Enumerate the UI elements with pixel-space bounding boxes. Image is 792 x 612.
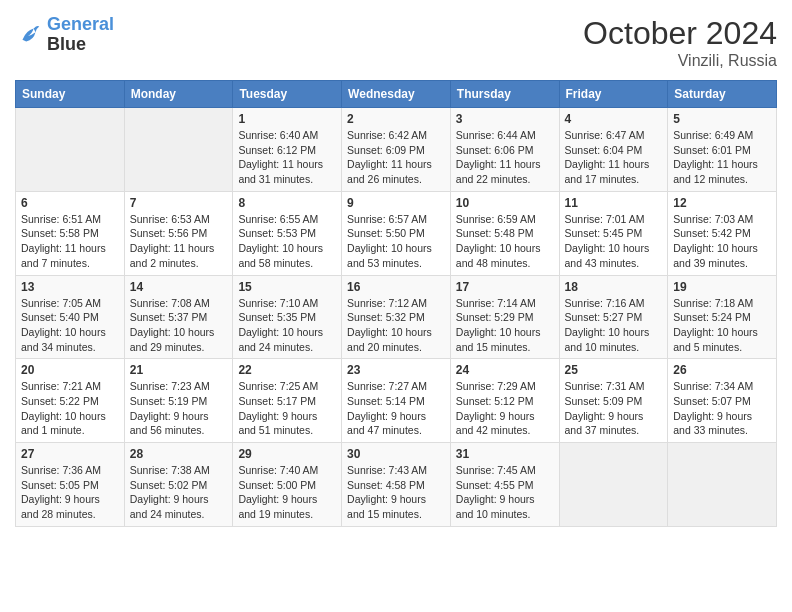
- day-info: Sunrise: 6:59 AMSunset: 5:48 PMDaylight:…: [456, 212, 554, 271]
- day-info: Sunrise: 7:43 AMSunset: 4:58 PMDaylight:…: [347, 463, 445, 522]
- day-info: Sunrise: 7:12 AMSunset: 5:32 PMDaylight:…: [347, 296, 445, 355]
- calendar-cell: 22Sunrise: 7:25 AMSunset: 5:17 PMDayligh…: [233, 359, 342, 443]
- day-number: 18: [565, 280, 663, 294]
- day-info: Sunrise: 6:57 AMSunset: 5:50 PMDaylight:…: [347, 212, 445, 271]
- day-number: 12: [673, 196, 771, 210]
- calendar-cell: 27Sunrise: 7:36 AMSunset: 5:05 PMDayligh…: [16, 443, 125, 527]
- day-number: 19: [673, 280, 771, 294]
- day-number: 26: [673, 363, 771, 377]
- calendar-cell: 20Sunrise: 7:21 AMSunset: 5:22 PMDayligh…: [16, 359, 125, 443]
- day-info: Sunrise: 7:21 AMSunset: 5:22 PMDaylight:…: [21, 379, 119, 438]
- calendar-cell: 2Sunrise: 6:42 AMSunset: 6:09 PMDaylight…: [342, 108, 451, 192]
- day-info: Sunrise: 7:10 AMSunset: 5:35 PMDaylight:…: [238, 296, 336, 355]
- calendar-cell: 14Sunrise: 7:08 AMSunset: 5:37 PMDayligh…: [124, 275, 233, 359]
- calendar-cell: 15Sunrise: 7:10 AMSunset: 5:35 PMDayligh…: [233, 275, 342, 359]
- calendar-cell: 12Sunrise: 7:03 AMSunset: 5:42 PMDayligh…: [668, 191, 777, 275]
- day-info: Sunrise: 7:01 AMSunset: 5:45 PMDaylight:…: [565, 212, 663, 271]
- calendar-cell: 24Sunrise: 7:29 AMSunset: 5:12 PMDayligh…: [450, 359, 559, 443]
- logo-text: GeneralBlue: [47, 15, 114, 55]
- calendar-cell: 28Sunrise: 7:38 AMSunset: 5:02 PMDayligh…: [124, 443, 233, 527]
- location-subtitle: Vinzili, Russia: [583, 52, 777, 70]
- header-row: SundayMondayTuesdayWednesdayThursdayFrid…: [16, 81, 777, 108]
- week-row-5: 27Sunrise: 7:36 AMSunset: 5:05 PMDayligh…: [16, 443, 777, 527]
- day-info: Sunrise: 7:27 AMSunset: 5:14 PMDaylight:…: [347, 379, 445, 438]
- calendar-cell: 4Sunrise: 6:47 AMSunset: 6:04 PMDaylight…: [559, 108, 668, 192]
- calendar-cell: [16, 108, 125, 192]
- calendar-cell: 13Sunrise: 7:05 AMSunset: 5:40 PMDayligh…: [16, 275, 125, 359]
- day-header-saturday: Saturday: [668, 81, 777, 108]
- day-number: 3: [456, 112, 554, 126]
- day-number: 27: [21, 447, 119, 461]
- day-info: Sunrise: 6:44 AMSunset: 6:06 PMDaylight:…: [456, 128, 554, 187]
- calendar-cell: 10Sunrise: 6:59 AMSunset: 5:48 PMDayligh…: [450, 191, 559, 275]
- calendar-cell: 18Sunrise: 7:16 AMSunset: 5:27 PMDayligh…: [559, 275, 668, 359]
- calendar-header: SundayMondayTuesdayWednesdayThursdayFrid…: [16, 81, 777, 108]
- day-number: 16: [347, 280, 445, 294]
- calendar-cell: 11Sunrise: 7:01 AMSunset: 5:45 PMDayligh…: [559, 191, 668, 275]
- calendar-cell: [124, 108, 233, 192]
- calendar-cell: 6Sunrise: 6:51 AMSunset: 5:58 PMDaylight…: [16, 191, 125, 275]
- calendar-cell: 21Sunrise: 7:23 AMSunset: 5:19 PMDayligh…: [124, 359, 233, 443]
- calendar-cell: 29Sunrise: 7:40 AMSunset: 5:00 PMDayligh…: [233, 443, 342, 527]
- calendar-cell: 1Sunrise: 6:40 AMSunset: 6:12 PMDaylight…: [233, 108, 342, 192]
- day-header-thursday: Thursday: [450, 81, 559, 108]
- calendar-body: 1Sunrise: 6:40 AMSunset: 6:12 PMDaylight…: [16, 108, 777, 527]
- day-info: Sunrise: 7:45 AMSunset: 4:55 PMDaylight:…: [456, 463, 554, 522]
- day-number: 17: [456, 280, 554, 294]
- day-info: Sunrise: 6:47 AMSunset: 6:04 PMDaylight:…: [565, 128, 663, 187]
- day-header-sunday: Sunday: [16, 81, 125, 108]
- day-info: Sunrise: 6:40 AMSunset: 6:12 PMDaylight:…: [238, 128, 336, 187]
- day-info: Sunrise: 7:36 AMSunset: 5:05 PMDaylight:…: [21, 463, 119, 522]
- day-number: 6: [21, 196, 119, 210]
- calendar-cell: 26Sunrise: 7:34 AMSunset: 5:07 PMDayligh…: [668, 359, 777, 443]
- calendar-cell: 19Sunrise: 7:18 AMSunset: 5:24 PMDayligh…: [668, 275, 777, 359]
- day-number: 21: [130, 363, 228, 377]
- day-number: 23: [347, 363, 445, 377]
- day-number: 24: [456, 363, 554, 377]
- day-number: 14: [130, 280, 228, 294]
- calendar-cell: [668, 443, 777, 527]
- calendar-table: SundayMondayTuesdayWednesdayThursdayFrid…: [15, 80, 777, 527]
- day-info: Sunrise: 7:38 AMSunset: 5:02 PMDaylight:…: [130, 463, 228, 522]
- week-row-3: 13Sunrise: 7:05 AMSunset: 5:40 PMDayligh…: [16, 275, 777, 359]
- day-header-monday: Monday: [124, 81, 233, 108]
- logo: GeneralBlue: [15, 15, 114, 55]
- day-header-friday: Friday: [559, 81, 668, 108]
- calendar-cell: 17Sunrise: 7:14 AMSunset: 5:29 PMDayligh…: [450, 275, 559, 359]
- day-info: Sunrise: 7:23 AMSunset: 5:19 PMDaylight:…: [130, 379, 228, 438]
- week-row-1: 1Sunrise: 6:40 AMSunset: 6:12 PMDaylight…: [16, 108, 777, 192]
- day-info: Sunrise: 7:29 AMSunset: 5:12 PMDaylight:…: [456, 379, 554, 438]
- day-info: Sunrise: 7:34 AMSunset: 5:07 PMDaylight:…: [673, 379, 771, 438]
- day-number: 20: [21, 363, 119, 377]
- day-number: 31: [456, 447, 554, 461]
- day-info: Sunrise: 6:51 AMSunset: 5:58 PMDaylight:…: [21, 212, 119, 271]
- day-number: 25: [565, 363, 663, 377]
- calendar-cell: [559, 443, 668, 527]
- page-header: GeneralBlue October 2024 Vinzili, Russia: [15, 15, 777, 70]
- day-info: Sunrise: 6:53 AMSunset: 5:56 PMDaylight:…: [130, 212, 228, 271]
- day-info: Sunrise: 7:25 AMSunset: 5:17 PMDaylight:…: [238, 379, 336, 438]
- day-number: 11: [565, 196, 663, 210]
- day-info: Sunrise: 7:08 AMSunset: 5:37 PMDaylight:…: [130, 296, 228, 355]
- calendar-cell: 25Sunrise: 7:31 AMSunset: 5:09 PMDayligh…: [559, 359, 668, 443]
- week-row-4: 20Sunrise: 7:21 AMSunset: 5:22 PMDayligh…: [16, 359, 777, 443]
- day-number: 15: [238, 280, 336, 294]
- day-info: Sunrise: 6:42 AMSunset: 6:09 PMDaylight:…: [347, 128, 445, 187]
- calendar-cell: 31Sunrise: 7:45 AMSunset: 4:55 PMDayligh…: [450, 443, 559, 527]
- day-number: 9: [347, 196, 445, 210]
- day-info: Sunrise: 6:55 AMSunset: 5:53 PMDaylight:…: [238, 212, 336, 271]
- day-number: 28: [130, 447, 228, 461]
- calendar-cell: 5Sunrise: 6:49 AMSunset: 6:01 PMDaylight…: [668, 108, 777, 192]
- day-number: 4: [565, 112, 663, 126]
- day-number: 7: [130, 196, 228, 210]
- week-row-2: 6Sunrise: 6:51 AMSunset: 5:58 PMDaylight…: [16, 191, 777, 275]
- day-info: Sunrise: 7:14 AMSunset: 5:29 PMDaylight:…: [456, 296, 554, 355]
- month-title: October 2024: [583, 15, 777, 52]
- day-header-wednesday: Wednesday: [342, 81, 451, 108]
- day-info: Sunrise: 7:16 AMSunset: 5:27 PMDaylight:…: [565, 296, 663, 355]
- day-info: Sunrise: 7:40 AMSunset: 5:00 PMDaylight:…: [238, 463, 336, 522]
- day-number: 29: [238, 447, 336, 461]
- day-header-tuesday: Tuesday: [233, 81, 342, 108]
- day-number: 13: [21, 280, 119, 294]
- day-number: 22: [238, 363, 336, 377]
